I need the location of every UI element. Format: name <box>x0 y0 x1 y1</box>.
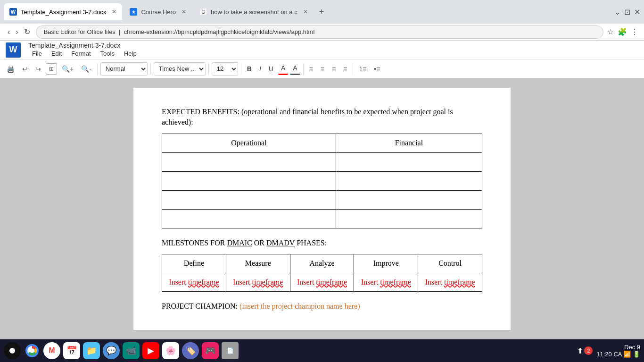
align-right-button[interactable]: ≡ <box>329 63 339 75</box>
undo-button[interactable]: ↩ <box>19 63 31 75</box>
menu-edit[interactable]: Edit <box>48 49 66 58</box>
tab-word-close[interactable]: ✕ <box>112 8 116 15</box>
zoom-out-button[interactable]: 🔍- <box>78 63 94 75</box>
bold-button[interactable]: B <box>244 63 255 75</box>
tab-word[interactable]: W Template_Assignment 3-7.docx ✕ <box>4 3 122 20</box>
project-champion-placeholder: (insert the project champion name here) <box>239 302 360 310</box>
app-header: W Template_Assignment 3-7.docx File Edit… <box>0 41 644 59</box>
browser-action-icons: ☆ 🧩 ⋮ <box>607 27 638 36</box>
taskbar-time: 11:20 CA 📶 🔋 <box>596 351 640 358</box>
font-color-button[interactable]: A <box>278 62 288 75</box>
menu-help[interactable]: Help <box>120 49 140 58</box>
document-page: EXPECTED BENEFITS: (operational and fina… <box>133 88 511 330</box>
underline-button[interactable]: U <box>266 63 276 75</box>
address-bar: ‹ › ↻ ☆ 🧩 ⋮ <box>0 24 644 41</box>
taskbar: M 📅 📁 💬 📹 ▶ 🌸 🏷️ 🎮 📄 ⬆ 2 De <box>0 339 644 362</box>
wifi-icon: 📶 <box>623 351 631 358</box>
menu-format[interactable]: Format <box>67 49 94 58</box>
close-button[interactable]: ✕ <box>634 8 640 17</box>
table-row <box>162 190 482 209</box>
gmail-icon[interactable]: M <box>43 342 60 359</box>
timeframe-define: Insert timeframe <box>169 278 219 286</box>
toolbar-divider-5 <box>303 63 304 75</box>
tag-icon[interactable]: 🏷️ <box>182 342 199 359</box>
address-input[interactable] <box>36 25 603 39</box>
word-tab-icon: W <box>9 8 17 16</box>
menu-file[interactable]: File <box>28 49 46 58</box>
battery-icon: 🔋 <box>633 351 640 358</box>
back-button[interactable]: ‹ <box>6 26 12 38</box>
menu-tools[interactable]: Tools <box>97 49 118 58</box>
messages-icon[interactable]: 💬 <box>103 342 120 359</box>
reload-button[interactable]: ↻ <box>22 25 32 38</box>
bookmark-icon[interactable]: ☆ <box>607 27 614 36</box>
italic-button[interactable]: I <box>256 63 264 75</box>
svg-point-2 <box>30 348 34 353</box>
bullet-list-button[interactable]: •≡ <box>371 63 383 75</box>
project-champion: PROJECT CHAMPION: (insert the project ch… <box>162 301 482 311</box>
tab-word-label: Template_Assignment 3-7.docx <box>21 8 106 16</box>
phase-define: Define <box>162 254 226 273</box>
table-row: Insert timeframe Insert timeframe Insert… <box>162 273 482 291</box>
print-button[interactable]: 🖨️ <box>4 63 17 75</box>
expected-benefits-text: EXPECTED BENEFITS: (operational and fina… <box>162 107 482 128</box>
phase-analyze: Analyze <box>290 254 354 273</box>
justify-button[interactable]: ≡ <box>340 63 350 75</box>
tab-course-hero-close[interactable]: ✕ <box>182 8 186 15</box>
toolbar-divider-4 <box>241 63 241 75</box>
tab-course-hero[interactable]: ★ Course Hero ✕ <box>124 3 192 20</box>
nav-buttons: ‹ › ↻ <box>6 25 32 38</box>
tab-course-hero-label: Course Hero <box>141 8 176 16</box>
youtube-icon[interactable]: ▶ <box>142 342 159 359</box>
project-champion-label: PROJECT CHAMPION: <box>162 302 238 310</box>
maximize-button[interactable]: ⊡ <box>624 8 630 17</box>
minimize-button[interactable]: ⌄ <box>614 8 620 17</box>
menu-bar: File Edit Format Tools Help <box>28 49 140 58</box>
notification-badge: 2 <box>584 346 593 355</box>
font-size-selector[interactable]: 12 <box>212 62 238 76</box>
phase-measure: Measure <box>226 254 290 273</box>
phase-improve: Improve <box>354 254 418 273</box>
document-content: EXPECTED BENEFITS: (operational and fina… <box>162 107 482 311</box>
files-icon[interactable]: 📁 <box>83 342 100 359</box>
toolbar-divider-3 <box>208 63 209 75</box>
extensions-icon[interactable]: 🧩 <box>618 27 627 36</box>
app8-icon[interactable]: 🎮 <box>202 342 219 359</box>
phase-control: Control <box>418 254 482 273</box>
highlight-button[interactable]: A <box>290 62 300 75</box>
browser-tab-bar: W Template_Assignment 3-7.docx ✕ ★ Cours… <box>0 0 644 24</box>
numbered-list-button[interactable]: 1≡ <box>356 63 369 75</box>
redo-button[interactable]: ↪ <box>33 63 44 75</box>
tab-google[interactable]: G how to take a screenshot on a c ✕ <box>194 3 314 20</box>
doc-preview-icon[interactable]: 📄 <box>222 342 239 359</box>
timeframe-control: Insert timeframe <box>425 278 475 286</box>
benefits-col-operational: Operational <box>162 134 336 152</box>
upload-indicator: ⬆ 2 <box>577 346 593 355</box>
more-icon[interactable]: ⋮ <box>631 27 638 36</box>
toolbar-divider-2 <box>150 63 151 75</box>
table-row <box>162 152 482 171</box>
photos-icon[interactable]: 🌸 <box>162 342 179 359</box>
align-center-button[interactable]: ≡ <box>318 63 327 75</box>
fit-page-button[interactable]: ⊞ <box>46 63 57 75</box>
forward-button[interactable]: › <box>14 26 20 38</box>
chrome-icon[interactable] <box>24 342 41 359</box>
tab-google-label: how to take a screenshot on a c <box>211 8 297 16</box>
tab-google-close[interactable]: ✕ <box>303 8 308 15</box>
meet-icon[interactable]: 📹 <box>123 342 140 359</box>
align-left-button[interactable]: ≡ <box>306 63 316 75</box>
table-row <box>162 209 482 228</box>
calendar-icon[interactable]: 📅 <box>63 342 80 359</box>
new-tab-button[interactable]: + <box>315 5 328 19</box>
time-value: 11:20 <box>596 351 612 358</box>
record-button[interactable] <box>4 342 21 359</box>
region-value: CA <box>613 351 621 358</box>
document-area: EXPECTED BENEFITS: (operational and fina… <box>0 78 644 339</box>
font-selector[interactable]: Times New ... <box>154 62 206 76</box>
record-icon <box>9 348 15 354</box>
style-selector[interactable]: Normal <box>100 62 148 76</box>
zoom-in-button[interactable]: 🔍+ <box>59 63 76 75</box>
table-row <box>162 171 482 190</box>
google-tab-icon: G <box>199 8 207 16</box>
milestones-header: MILESTONES FOR DMAIC OR DMADV PHASES: <box>162 238 482 248</box>
